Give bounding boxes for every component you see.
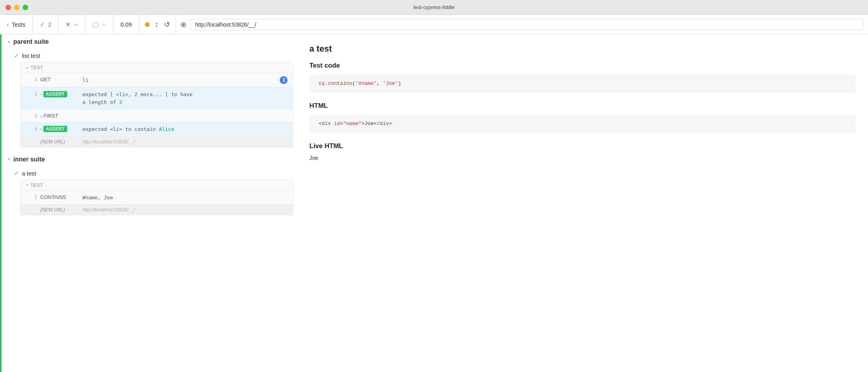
url-value-2: http://localhost:53826/__/ (82, 207, 288, 213)
url-label-1: (NEW URL) (40, 139, 79, 145)
assert-badge-2: ASSERT (43, 91, 67, 97)
step-row-4[interactable]: 4 - ASSERT expected <li> to contain Alic… (21, 122, 293, 137)
test-item-a-test[interactable]: ✓ a test (2, 167, 298, 180)
fail-stat: ✕ -- (59, 15, 85, 34)
status-dot (145, 22, 150, 27)
toolbar-controls: ↕ ↺ (139, 15, 175, 34)
pass-check-icon: ✓ (40, 21, 45, 28)
test-code-fn: cy.contains('#name', 'Joe') (319, 80, 401, 86)
step-badge-1: 3 (280, 76, 288, 84)
tests-label: Tests (12, 21, 25, 28)
url-row-2: (NEW URL) http://localhost:53826/__/ (21, 205, 293, 215)
steps-a-test: ▾ TEST 1 CONTAINS #name, Joe (NEW (20, 180, 293, 216)
test-pass-icon: ✓ (14, 53, 19, 59)
live-html-value: Joe (309, 155, 855, 161)
step-num-1: 1 (26, 76, 37, 82)
url-value-1: http://localhost:53826/__/ (82, 139, 288, 145)
back-chevron-icon: ‹ (7, 22, 9, 27)
suite-chevron-icon: ▾ (8, 39, 10, 45)
elapsed-time: 0.09 (113, 15, 139, 34)
maximize-button[interactable] (23, 5, 28, 10)
step-method-1: GET (40, 76, 79, 82)
tl-text-2: TEST (30, 182, 43, 188)
test-name-a-test: a test (22, 170, 36, 177)
sort-icon[interactable]: ↕ (155, 20, 159, 29)
assert-badge-4: ASSERT (43, 126, 67, 132)
tests-nav[interactable]: ‹ Tests (0, 15, 33, 34)
titlebar: test-cypress-fiddle (0, 0, 868, 15)
html-code-content: <div id="name">Joe</div> (319, 121, 392, 127)
step-desc-2: expected [ <li>, 2 more... ] to havea le… (82, 91, 284, 106)
step-num-4: 4 (26, 125, 37, 132)
minimize-button[interactable] (14, 5, 20, 10)
left-panel: ▾ parent suite ✓ list test ▾ TEST (2, 34, 298, 372)
url-input[interactable] (190, 19, 863, 30)
method-text-3: - FIRST (40, 113, 58, 119)
reload-icon[interactable]: ↺ (164, 20, 170, 29)
toolbar: ‹ Tests ✓ 2 ✕ -- ◯ -- 0.09 ↕ ↺ ⊕ (0, 15, 868, 34)
url-row-1: (NEW URL) http://localhost:53826/__/ (21, 137, 293, 147)
step-desc-a1: #name, Joe (82, 194, 284, 202)
test-code-block: cy.contains('#name', 'Joe') (309, 74, 855, 93)
suite-inner-title: inner suite (13, 156, 45, 163)
close-button[interactable] (5, 5, 11, 10)
tl-chevron-icon-2: ▾ (26, 183, 28, 187)
html-code-block: <div id="name">Joe</div> (309, 114, 855, 133)
window-title: test-cypress-fiddle (413, 4, 454, 10)
test-label-row-1: ▾ TEST (21, 63, 293, 73)
test-name-list-test: list test (22, 52, 40, 59)
suite-inner[interactable]: ▾ inner suite (2, 152, 298, 167)
test-item-list-test[interactable]: ✓ list test (2, 49, 298, 62)
pass-count: 2 (48, 21, 51, 28)
step-method-a1: CONTAINS (40, 194, 79, 200)
step-num-2: 2 (26, 91, 37, 97)
test-pass-icon-2: ✓ (14, 170, 19, 176)
pass-stat: ✓ 2 (33, 15, 59, 34)
test-label-row-2: ▾ TEST (21, 180, 293, 191)
pending-circle-icon: ◯ (92, 21, 99, 28)
fail-x-icon: ✕ (66, 21, 71, 28)
suite-parent-title: parent suite (13, 38, 49, 45)
step-row-2[interactable]: 2 - ASSERT expected [ <li>, 2 more... ] … (21, 88, 293, 109)
app: ‹ Tests ✓ 2 ✕ -- ◯ -- 0.09 ↕ ↺ ⊕ (0, 15, 868, 372)
live-html-heading: Live HTML (309, 142, 855, 150)
time-value: 0.09 (120, 21, 132, 28)
suite-inner-chevron-icon: ▾ (8, 157, 10, 162)
step-method-3: - FIRST (40, 113, 79, 119)
right-panel: a test Test code cy.contains('#name', 'J… (297, 34, 868, 372)
step-desc-1: li (82, 76, 277, 84)
step-row-3[interactable]: 3 - FIRST (21, 109, 293, 122)
step-num-3: 3 (26, 113, 37, 119)
suite-parent[interactable]: ▾ parent suite (2, 34, 298, 49)
steps-list-test: ▾ TEST 1 GET li 3 2 (20, 62, 293, 147)
content: ▾ parent suite ✓ list test ▾ TEST (0, 34, 868, 372)
crosshair-icon: ⊕ (180, 20, 186, 29)
step-row-1[interactable]: 1 GET li 3 (21, 73, 293, 88)
html-heading: HTML (309, 102, 855, 110)
step-desc-4: expected <li> to contain Alice (82, 125, 284, 133)
right-title: a test (309, 44, 855, 54)
pending-count: -- (102, 21, 106, 28)
step-num-a1: 1 (26, 194, 37, 200)
url-bar-area: ⊕ (175, 15, 868, 34)
test-code-heading: Test code (309, 62, 855, 70)
step-method-2: - ASSERT (40, 91, 79, 97)
step-method-4: - ASSERT (40, 125, 79, 132)
window-controls[interactable] (5, 5, 28, 10)
tl-chevron-icon: ▾ (26, 66, 28, 70)
method-text-a1: CONTAINS (40, 194, 66, 200)
left-panel-wrapper: ▾ parent suite ✓ list test ▾ TEST (0, 34, 297, 372)
tl-text-1: TEST (30, 65, 43, 70)
pending-stat: ◯ -- (85, 15, 113, 34)
method-text-1: GET (40, 77, 51, 82)
url-label-2: (NEW URL) (40, 207, 79, 213)
step-row-a1[interactable]: 1 CONTAINS #name, Joe (21, 191, 293, 205)
fail-count: -- (74, 21, 78, 28)
